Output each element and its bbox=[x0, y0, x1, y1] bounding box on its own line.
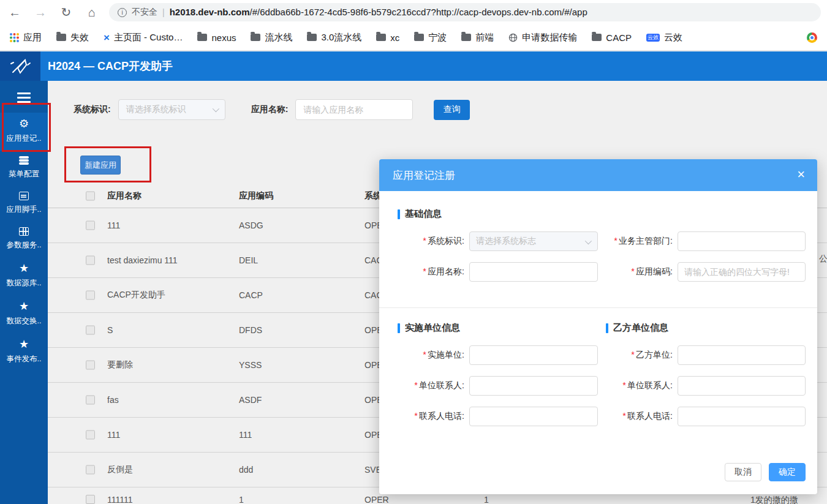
required-mark: * bbox=[414, 411, 417, 421]
folder-icon bbox=[414, 34, 424, 41]
bookmark-yunxiao[interactable]: 云效 云效 bbox=[646, 32, 682, 43]
bookmark-label: nexus bbox=[211, 32, 236, 43]
row-checkbox[interactable] bbox=[86, 256, 95, 265]
row-checkbox[interactable] bbox=[86, 465, 95, 475]
b-unit-input[interactable] bbox=[678, 345, 806, 365]
cell-app-code: DFDS bbox=[239, 325, 262, 335]
url-domain: h2018.dev-nb.com bbox=[170, 7, 250, 17]
field-label: 应用名称: bbox=[428, 266, 464, 276]
folder-icon bbox=[251, 34, 260, 41]
sidebar-item-label: 数据源库.. bbox=[7, 278, 42, 288]
bookmark-label: 应用 bbox=[23, 32, 42, 43]
field-label: 单位联系人: bbox=[627, 380, 673, 390]
rocket-logo-icon bbox=[9, 56, 32, 77]
column-header-code: 应用编码 bbox=[239, 190, 273, 201]
impl-phone-input[interactable] bbox=[469, 407, 598, 426]
field-label: 乙方单位: bbox=[636, 350, 673, 359]
cell-app-name: CACP开发助手 bbox=[107, 290, 165, 301]
sidebar-item-datasource[interactable]: ★ 数据源库.. bbox=[0, 257, 48, 295]
sidebar-item-menu-config[interactable]: 菜单配置 bbox=[0, 151, 48, 186]
x-logo-icon: × bbox=[104, 33, 110, 42]
cancel-button[interactable]: 取消 bbox=[725, 463, 761, 481]
row-checkbox[interactable] bbox=[86, 495, 95, 504]
gear-icon: ⚙ bbox=[19, 118, 29, 129]
system-id-placeholder: 请选择系统标识 bbox=[126, 104, 186, 115]
folder-icon bbox=[56, 34, 66, 41]
app-header: H2024 — CACP开发助手 bbox=[0, 51, 827, 81]
star-icon: ★ bbox=[19, 339, 29, 350]
cell-extra: 1 bbox=[484, 495, 489, 504]
chrome-profile-icon[interactable] bbox=[807, 32, 817, 43]
row-checkbox[interactable] bbox=[86, 291, 95, 300]
cell-app-code: ddd bbox=[239, 465, 253, 475]
info-icon[interactable]: i bbox=[118, 8, 127, 17]
select-all-checkbox[interactable] bbox=[86, 191, 95, 200]
folder-icon bbox=[592, 34, 602, 41]
bookmark-data-transfer[interactable]: 申请数据传输 bbox=[508, 32, 577, 43]
row-checkbox[interactable] bbox=[86, 361, 95, 370]
cell-app-code: 111 bbox=[239, 430, 252, 440]
menu-toggle-icon[interactable] bbox=[17, 90, 31, 105]
field-label: 系统标识: bbox=[428, 236, 464, 246]
app-name-input-modal[interactable] bbox=[469, 262, 598, 282]
row-checkbox[interactable] bbox=[86, 396, 95, 405]
cell-app-name: 111 bbox=[107, 430, 120, 440]
sidebar-item-label: 应用脚手.. bbox=[7, 205, 42, 215]
section-bar bbox=[398, 209, 400, 219]
field-label: 实施单位: bbox=[428, 350, 464, 359]
required-mark: * bbox=[622, 380, 625, 390]
app-name-input[interactable] bbox=[295, 99, 413, 120]
confirm-button[interactable]: 确定 bbox=[769, 463, 806, 481]
cell-app-name: 反倒是 bbox=[107, 464, 133, 475]
system-id-select[interactable]: 请选择系统标识 bbox=[118, 99, 225, 120]
folder-icon bbox=[307, 34, 317, 41]
field-impl-contact: *单位联系人: bbox=[385, 376, 598, 396]
sidebar: ⚙ 应用登记.. 菜单配置 应用脚手.. 参数服务.. ★ 数据源库.. ★ 数… bbox=[0, 81, 48, 504]
forward-icon[interactable]: → bbox=[32, 4, 49, 21]
search-button[interactable]: 查询 bbox=[434, 100, 470, 120]
home-icon[interactable]: ⌂ bbox=[83, 4, 100, 21]
bookmark-pipeline[interactable]: 流水线 bbox=[251, 32, 292, 43]
app-logo bbox=[0, 51, 40, 81]
dept-input[interactable] bbox=[678, 231, 806, 251]
bookmark-xc[interactable]: xc bbox=[376, 32, 399, 43]
sidebar-item-param-service[interactable]: 参数服务.. bbox=[0, 222, 48, 257]
cell-app-name: test daxiezimu 111 bbox=[107, 255, 178, 265]
sidebar-item-event-publish[interactable]: ★ 事件发布.. bbox=[0, 333, 48, 371]
row-checkbox[interactable] bbox=[86, 221, 95, 230]
row-checkbox[interactable] bbox=[86, 326, 95, 335]
cell-app-code: 1 bbox=[239, 495, 244, 504]
url-bar[interactable]: i 不安全 | h2018.dev-nb.com/#/6ddba66b-1672… bbox=[109, 3, 821, 21]
bookmark-shixiao[interactable]: 失效 bbox=[56, 32, 89, 43]
bookmark-label: 前端 bbox=[475, 32, 494, 43]
app-code-input[interactable] bbox=[678, 262, 806, 282]
bookmark-pipeline30[interactable]: 3.0流水线 bbox=[307, 32, 361, 43]
new-app-button[interactable]: 新建应用 bbox=[80, 156, 121, 175]
star-icon: ★ bbox=[19, 263, 29, 274]
row-checkbox[interactable] bbox=[86, 431, 95, 440]
b-contact-input[interactable] bbox=[678, 376, 806, 396]
reload-icon[interactable]: ↻ bbox=[58, 4, 75, 21]
sidebar-item-data-exchange[interactable]: ★ 数据交换.. bbox=[0, 295, 48, 333]
bookmark-apps[interactable]: 应用 bbox=[10, 32, 42, 43]
system-id-select-modal[interactable]: 请选择系统标志 bbox=[469, 231, 598, 251]
field-b-unit: *乙方单位: bbox=[581, 345, 806, 365]
sidebar-item-app-register[interactable]: ⚙ 应用登记.. bbox=[0, 113, 48, 151]
bookmark-nexus[interactable]: nexus bbox=[197, 32, 236, 43]
impl-unit-input[interactable] bbox=[469, 345, 598, 365]
sidebar-item-label: 数据交换.. bbox=[7, 316, 42, 326]
layers-icon bbox=[19, 156, 29, 165]
impl-contact-input[interactable] bbox=[469, 376, 598, 396]
bookmark-frontend[interactable]: 前端 bbox=[461, 32, 494, 43]
url-divider: | bbox=[162, 7, 165, 17]
sidebar-item-app-scaffold[interactable]: 应用脚手.. bbox=[0, 186, 48, 222]
back-icon[interactable]: ← bbox=[6, 4, 23, 21]
b-phone-input[interactable] bbox=[678, 407, 806, 426]
sidebar-item-label: 菜单配置 bbox=[9, 169, 39, 179]
close-icon[interactable]: × bbox=[797, 167, 805, 182]
bookmark-cacp[interactable]: CACP bbox=[592, 32, 632, 43]
cell-app-code: ASDF bbox=[239, 395, 262, 405]
field-label: 业务主管部门: bbox=[619, 236, 673, 246]
bookmark-ningbo[interactable]: 宁波 bbox=[414, 32, 447, 43]
bookmark-homepage[interactable]: × 主页面 - Custo… bbox=[104, 32, 183, 43]
